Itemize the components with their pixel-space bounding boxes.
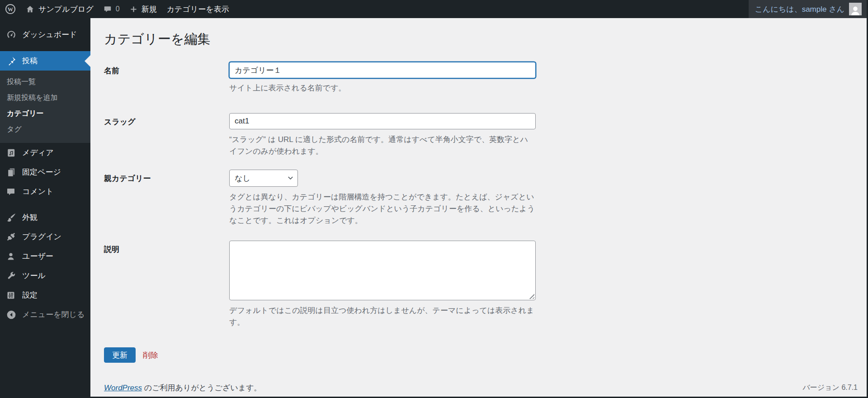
greeting-text: こんにちは、sample さん <box>755 4 844 14</box>
sidebar-item-label: プラグイン <box>22 232 61 242</box>
comment-bubble-icon <box>104 5 112 13</box>
parent-category-help-text: タグとは異なり、カテゴリーは階層構造を持つことができます。たとえば、ジャズという… <box>229 191 536 227</box>
sidebar-item-comments[interactable]: コメント <box>0 182 90 201</box>
submenu-label: 投稿一覧 <box>7 77 36 87</box>
comments-icon <box>6 187 16 196</box>
slug-help-text: “スラッグ” は URL に適した形式の名前です。通常はすべて半角小文字で、英数… <box>229 134 536 157</box>
slug-label: スラッグ <box>104 118 136 126</box>
wordpress-admin-window: W サンプルブログ 0 新規 カテゴリーを表示 こんにちは、 <box>0 0 868 398</box>
sidebar-item-label: 外観 <box>22 212 38 223</box>
active-menu-notch <box>79 55 90 67</box>
parent-category-row: 親カテゴリー なし タグとは異なり、カテゴリーは階層構造を持つことができます。た… <box>104 170 859 227</box>
collapse-arrow-icon <box>6 310 16 320</box>
dashboard-icon <box>6 30 16 40</box>
description-textarea[interactable] <box>229 241 536 300</box>
name-label: 名前 <box>104 66 119 75</box>
view-category-link[interactable]: カテゴリーを表示 <box>162 0 234 18</box>
sidebar-item-label: メディア <box>22 147 54 158</box>
media-icon <box>6 148 16 158</box>
description-row: 説明 デフォルトではこの説明は目立つ使われ方はしませんが、テーマによっては表示さ… <box>104 241 859 328</box>
plug-icon <box>6 232 16 242</box>
submenu-label: タグ <box>7 125 22 134</box>
collapse-menu-label: メニューを閉じる <box>22 309 85 320</box>
sidebar-item-label: ダッシュボード <box>22 29 77 40</box>
wordpress-logo-icon: W <box>5 4 16 14</box>
my-account-menu[interactable]: こんにちは、sample さん <box>749 0 868 18</box>
wp-logo-menu[interactable]: W <box>0 0 21 18</box>
sidebar-item-label: コメント <box>22 186 54 197</box>
collapse-menu-button[interactable]: メニューを閉じる <box>0 305 90 324</box>
view-category-label: カテゴリーを表示 <box>167 4 229 14</box>
delete-link[interactable]: 削除 <box>143 350 158 360</box>
admin-menu: ダッシュボード 投稿 投稿一覧 新規投稿を追加 カテゴリー タグ <box>0 18 90 398</box>
admin-bar: W サンプルブログ 0 新規 カテゴリーを表示 こんにちは、 <box>0 0 868 18</box>
posts-submenu: 投稿一覧 新規投稿を追加 カテゴリー タグ <box>0 71 90 143</box>
sidebar-item-plugins[interactable]: プラグイン <box>0 227 90 246</box>
sidebar-item-settings[interactable]: 設定 <box>0 285 90 305</box>
sidebar-item-pages[interactable]: 固定ページ <box>0 162 90 182</box>
page-title: カテゴリーを編集 <box>104 30 859 47</box>
sidebar-item-label: 設定 <box>22 290 38 300</box>
new-content-menu[interactable]: 新規 <box>125 0 162 18</box>
footer-thanks-text: のご利用ありがとうございます。 <box>142 384 262 392</box>
sidebar-item-tools[interactable]: ツール <box>0 266 90 285</box>
sidebar-item-label: ユーザー <box>22 251 53 261</box>
slug-input[interactable] <box>229 113 536 129</box>
name-row: 名前 サイト上に表示される名前です。 <box>104 62 859 94</box>
submenu-item-tags[interactable]: タグ <box>0 122 90 137</box>
pushpin-icon <box>6 56 16 66</box>
submenu-label: カテゴリー <box>7 109 44 118</box>
pages-icon <box>6 167 16 177</box>
avatar <box>849 3 862 15</box>
description-help-text: デフォルトではこの説明は目立つ使われ方はしませんが、テーマによっては表示されます… <box>229 305 536 328</box>
wordpress-footer-link[interactable]: WordPress <box>104 384 142 392</box>
sidebar-item-dashboard[interactable]: ダッシュボード <box>0 25 90 44</box>
sliders-icon <box>6 291 16 300</box>
comment-count: 0 <box>116 5 120 13</box>
description-label: 説明 <box>104 245 119 254</box>
svg-text:W: W <box>8 6 14 13</box>
form-actions: 更新 削除 <box>104 347 859 363</box>
sidebar-item-media[interactable]: メディア <box>0 143 90 162</box>
sidebar-item-posts[interactable]: 投稿 <box>0 51 90 71</box>
sidebar-item-label: 投稿 <box>22 56 38 66</box>
parent-category-select[interactable]: なし <box>229 170 298 187</box>
submenu-item-add-new[interactable]: 新規投稿を追加 <box>0 90 90 106</box>
new-label: 新規 <box>142 4 157 14</box>
parent-category-label: 親カテゴリー <box>104 174 151 183</box>
name-input[interactable] <box>229 62 536 78</box>
submenu-item-all-posts[interactable]: 投稿一覧 <box>0 74 90 90</box>
sidebar-item-label: ツール <box>22 270 46 281</box>
admin-bar-spacer <box>234 0 749 18</box>
sidebar-item-label: 固定ページ <box>22 167 61 177</box>
slug-row: スラッグ “スラッグ” は URL に適した形式の名前です。通常はすべて半角小文… <box>104 113 859 157</box>
name-help-text: サイト上に表示される名前です。 <box>229 83 536 94</box>
plus-icon <box>130 5 137 13</box>
wrench-icon <box>6 271 16 280</box>
home-icon <box>26 5 34 14</box>
submenu-item-categories[interactable]: カテゴリー <box>0 106 90 122</box>
comments-menu[interactable]: 0 <box>99 0 125 18</box>
paintbrush-icon <box>6 213 16 223</box>
update-button[interactable]: 更新 <box>104 347 136 363</box>
site-name: サンプルブログ <box>38 4 94 14</box>
admin-footer: WordPress のご利用ありがとうございます。 バージョン 6.7.1 <box>104 383 858 393</box>
sidebar-item-appearance[interactable]: 外観 <box>0 208 90 227</box>
sidebar-item-users[interactable]: ユーザー <box>0 246 90 266</box>
submenu-label: 新規投稿を追加 <box>7 93 57 103</box>
edit-category-page: カテゴリーを編集 名前 サイト上に表示される名前です。 スラッグ “スラッグ” … <box>90 18 868 398</box>
user-icon <box>6 252 16 261</box>
site-menu[interactable]: サンプルブログ <box>21 0 99 18</box>
version-text: バージョン 6.7.1 <box>802 383 858 393</box>
